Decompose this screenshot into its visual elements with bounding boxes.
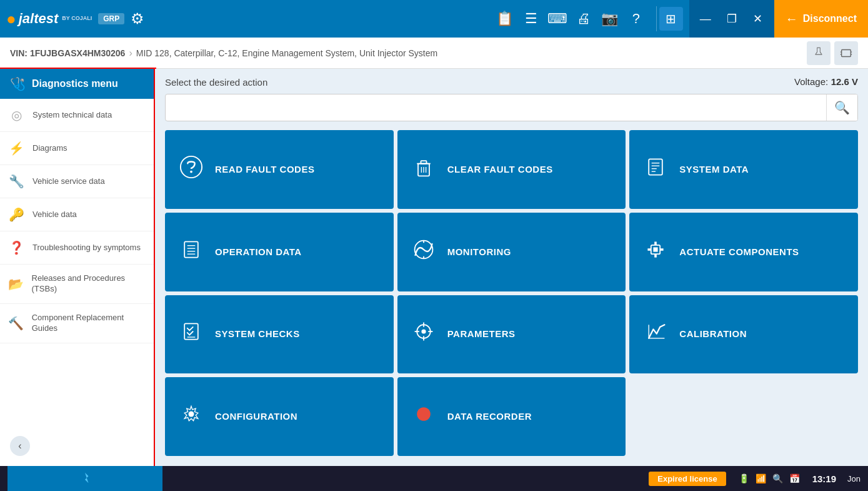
- troubleshooting-icon: ❓: [7, 240, 25, 255]
- configuration-label: CONFIGURATION: [215, 411, 297, 422]
- svg-point-36: [421, 330, 426, 334]
- status-user: Jon: [847, 474, 861, 483]
- keyboard-icon[interactable]: ⌨: [546, 8, 569, 30]
- printer-icon[interactable]: 🖨: [572, 8, 595, 30]
- test-icon[interactable]: [807, 41, 831, 65]
- operation-data-icon: [177, 238, 205, 266]
- help-icon[interactable]: ?: [625, 8, 647, 30]
- logo-text: jaltest: [19, 11, 59, 27]
- actuate-components-icon: [642, 238, 669, 266]
- grid-view-button[interactable]: ⊞: [659, 7, 683, 31]
- system-data-button[interactable]: SYSTEM DATA: [629, 130, 858, 209]
- sidebar-collapse: ‹: [0, 426, 154, 466]
- close-button[interactable]: ✕: [748, 9, 768, 29]
- content-area: Select the desired action Voltage: 12.6 …: [155, 69, 868, 466]
- sidebar-item-vehicle-data[interactable]: 🔑 Vehicle data: [0, 198, 154, 231]
- wifi-icon: 📶: [756, 473, 766, 483]
- svg-rect-10: [421, 161, 426, 164]
- vehicle-service-icon: 🔧: [7, 174, 25, 189]
- system-data-label: SYSTEM DATA: [679, 164, 749, 175]
- header-toolbar: 📋 ☰ ⌨ 🖨 📷 ?: [494, 8, 647, 30]
- svg-point-39: [189, 412, 194, 417]
- svg-rect-1: [842, 49, 851, 56]
- sidebar-item-label: Component Replacement Guides: [32, 313, 146, 334]
- content-prompt: Select the desired action: [165, 77, 267, 88]
- data-recorder-label: DATA RECORDER: [447, 411, 532, 422]
- sidebar-header-label: Diagnostics menu: [32, 78, 118, 89]
- collapse-button[interactable]: ‹: [10, 436, 30, 456]
- svg-rect-29: [661, 248, 664, 251]
- content-top-bar: Select the desired action Voltage: 12.6 …: [165, 76, 858, 88]
- sidebar-item-releases[interactable]: 📂 Releases and Procedures (TSBs): [0, 265, 154, 304]
- clipboard-icon[interactable]: 📋: [494, 8, 516, 30]
- system-data-icon: ◎: [7, 108, 25, 123]
- header-divider: [656, 6, 657, 31]
- read-fault-codes-icon: [177, 155, 205, 184]
- svg-rect-19: [184, 241, 198, 257]
- system-checks-icon: [177, 320, 205, 348]
- sidebar-item-troubleshooting[interactable]: ❓ Troubleshooting by symptoms: [0, 231, 154, 265]
- action-grid: READ FAULT CODES CLEAR FAULT CODES: [165, 130, 858, 456]
- svg-rect-14: [649, 159, 663, 175]
- monitoring-button[interactable]: MONITORING: [397, 213, 626, 291]
- search-button[interactable]: 🔍: [826, 94, 857, 121]
- battery-icon: 🔋: [739, 473, 749, 483]
- list-icon[interactable]: ☰: [520, 8, 542, 30]
- parameters-button[interactable]: PARAMETERS: [397, 295, 626, 374]
- svg-rect-28: [648, 248, 651, 251]
- operation-data-button[interactable]: OPERATION DATA: [165, 213, 394, 291]
- restore-button[interactable]: ❐: [722, 9, 742, 29]
- logo-dot: ●: [6, 9, 16, 29]
- camera-icon[interactable]: 📷: [599, 8, 621, 30]
- ecu-icon[interactable]: [834, 41, 858, 65]
- configuration-icon: [177, 403, 205, 430]
- minimize-button[interactable]: —: [696, 9, 716, 29]
- sidebar-item-label: Vehicle service data: [32, 176, 105, 187]
- sidebar-header-icon: 🩺: [10, 76, 26, 91]
- read-fault-codes-label: READ FAULT CODES: [215, 164, 314, 175]
- breadcrumb-icons: [807, 41, 858, 65]
- voltage-display: Voltage: 12.6 V: [794, 76, 858, 88]
- status-bar: Expired license 🔋 📶 🔍 📅 13:19 Jon: [0, 466, 868, 491]
- app-logo: ● jaltest BY COJALI: [6, 9, 92, 29]
- svg-rect-0: [816, 54, 822, 54]
- voltage-label: Voltage:: [794, 76, 828, 87]
- clear-fault-codes-icon: [410, 156, 437, 183]
- breadcrumb-vin: VIN: 1FUJBGASX4HM30206: [10, 48, 125, 58]
- empty-cell: [629, 377, 858, 456]
- vehicle-data-icon: 🔑: [7, 207, 25, 222]
- clear-fault-codes-button[interactable]: CLEAR FAULT CODES: [397, 130, 626, 209]
- clear-fault-codes-label: CLEAR FAULT CODES: [447, 164, 553, 175]
- operation-data-label: OPERATION DATA: [215, 246, 302, 258]
- releases-icon: 📂: [7, 276, 24, 291]
- status-time: 13:19: [812, 473, 836, 484]
- logo-sub: BY COJALI: [62, 16, 92, 22]
- component-guides-icon: 🔨: [7, 316, 24, 331]
- sidebar-item-vehicle-service-data[interactable]: 🔧 Vehicle service data: [0, 165, 154, 198]
- diagrams-icon: ⚡: [7, 141, 25, 156]
- sidebar-header: 🩺 Diagnostics menu: [0, 69, 154, 99]
- configuration-button[interactable]: CONFIGURATION: [165, 377, 394, 456]
- sidebar-item-component-guides[interactable]: 🔨 Component Replacement Guides: [0, 304, 154, 343]
- system-checks-button[interactable]: SYSTEM CHECKS: [165, 295, 394, 374]
- search-input[interactable]: [166, 96, 826, 119]
- svg-point-7: [190, 171, 192, 173]
- voltage-value: 12.6 V: [831, 76, 858, 87]
- data-recorder-icon: [410, 403, 437, 430]
- monitoring-icon: [410, 238, 437, 266]
- zoom-icon: 🔍: [772, 473, 783, 483]
- sidebar-item-diagrams[interactable]: ⚡ Diagrams: [0, 132, 154, 165]
- sidebar-item-system-technical-data[interactable]: ◎ System technical data: [0, 99, 154, 132]
- bluetooth-section: [7, 466, 162, 491]
- calibration-label: CALIBRATION: [679, 328, 747, 340]
- calibration-button[interactable]: CALIBRATION: [629, 295, 858, 374]
- grp-badge: GRP: [98, 13, 124, 24]
- data-recorder-button[interactable]: DATA RECORDER: [397, 377, 626, 456]
- svg-rect-30: [655, 241, 657, 245]
- disconnect-button[interactable]: ← Disconnect: [774, 0, 868, 38]
- sidebar: 🩺 Diagnostics menu ◎ System technical da…: [0, 69, 155, 466]
- actuate-components-button[interactable]: ACTUATE COMPONENTS: [629, 213, 858, 291]
- read-fault-codes-button[interactable]: READ FAULT CODES: [165, 130, 394, 209]
- calendar-icon: 📅: [789, 473, 800, 483]
- sidebar-item-label: System technical data: [32, 110, 112, 121]
